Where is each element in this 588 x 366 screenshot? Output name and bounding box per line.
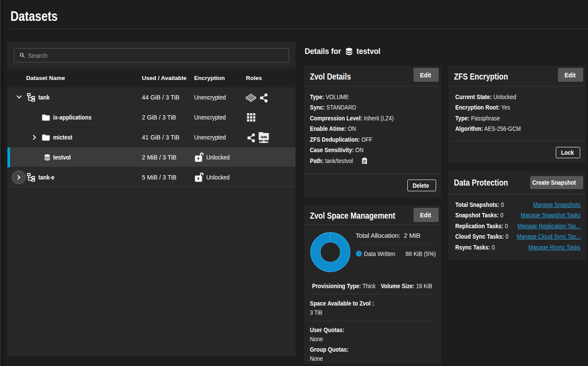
svg-text:SMB: SMB <box>261 135 267 139</box>
